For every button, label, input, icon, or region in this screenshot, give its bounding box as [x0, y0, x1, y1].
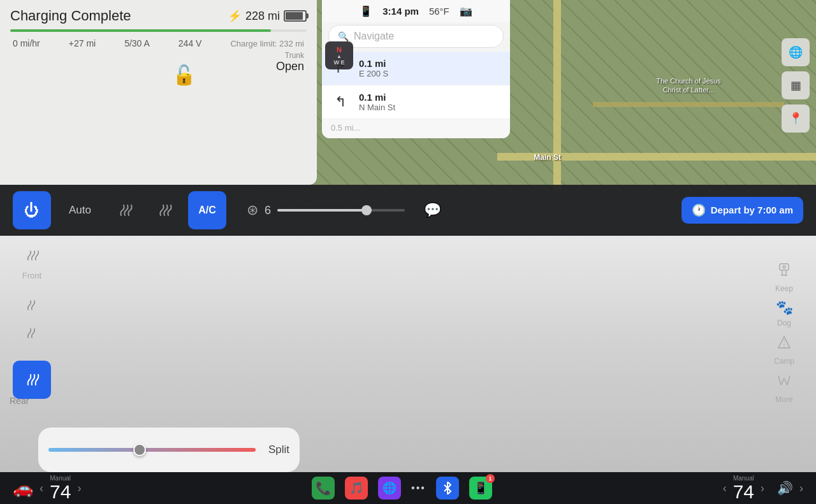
nav-panel: 📱 3:14 pm 56°F 📷 🔍 Navigate ↱ 0.1 mi E 2… [322, 0, 510, 138]
climate-heat-rear-button[interactable] [149, 194, 180, 226]
camp-mode-item[interactable]: Camp [774, 334, 794, 366]
map-layers-button[interactable]: ▦ [782, 71, 810, 99]
bluetooth-app-icon[interactable] [436, 477, 459, 500]
mid-heat-controls-2 [25, 326, 39, 343]
status-bar: 📱 3:14 pm 56°F 📷 [322, 0, 510, 22]
seat-heat-active-icon [24, 372, 40, 387]
more-mode-item[interactable]: More [775, 372, 792, 404]
rear-label-area: Rear [10, 395, 29, 407]
depart-button[interactable]: 🕐 Depart by 7:00 am [681, 197, 803, 224]
search-bar[interactable]: 🔍 Navigate [328, 25, 504, 48]
power-icon: ⏻ [24, 201, 40, 219]
temp-slider-thumb [133, 443, 146, 456]
dog-label: Dog [777, 319, 791, 328]
depart-text: Depart by 7:00 am [711, 204, 793, 217]
globe-app-icon[interactable]: 🌐 [378, 477, 401, 500]
main-st-label: Main St [534, 153, 561, 162]
dog-mode-item[interactable]: 🐾 Dog [776, 299, 793, 328]
keep-mode-item[interactable]: Keep [775, 261, 793, 293]
more-directions: 0.5 mi... [322, 119, 510, 133]
taskbar-right-next[interactable]: › [761, 482, 764, 495]
rear-zone-label: Rear [10, 396, 29, 406]
charging-range: ⚡ 228 mi [228, 9, 307, 23]
svg-point-1 [783, 266, 785, 268]
compass-dir: W E [334, 59, 345, 66]
taskbar-volume-next[interactable]: › [799, 482, 803, 495]
front-zone-label: Front [22, 271, 41, 280]
charge-progress-bar [10, 29, 307, 32]
compass-arrow: ▲ [337, 54, 342, 59]
climate-heat-front-button[interactable] [109, 194, 141, 226]
nav-direction-2[interactable]: ↰ 0.1 mi N Main St [322, 85, 510, 119]
added-range: +27 mi [66, 38, 98, 48]
taskbar: 🚗 ‹ Manual 74 › 📞 🎵 🌐 ••• 📱 1 ‹ Manual 7… [0, 472, 816, 504]
more-apps-button[interactable]: ••• [411, 482, 426, 494]
phone-app-icon[interactable]: 📞 [312, 477, 335, 500]
climate-bar: ⏻ Auto A/C ⊛ 6 💬 🕐 Depart by 7:00 am [0, 185, 816, 236]
dog-icon: 🐾 [776, 299, 793, 316]
turn-left-icon: ↰ [331, 94, 350, 110]
status-temp: 56°F [429, 6, 449, 17]
more-label: More [775, 395, 792, 404]
charging-title: Charging Complete [10, 8, 131, 24]
svg-rect-0 [780, 264, 789, 270]
street-2: N Main St [359, 103, 395, 112]
split-label: Split [268, 443, 289, 456]
climate-power-button[interactable]: ⏻ [13, 191, 51, 229]
charging-stats: 0 mi/hr +27 mi 5/30 A 244 V Charge limit… [10, 38, 307, 48]
distance-2: 0.1 mi [359, 92, 395, 103]
taskbar-left-prev[interactable]: ‹ [40, 482, 43, 495]
climate-ac-button[interactable]: A/C [188, 191, 226, 229]
map-location-button[interactable]: 📍 [782, 104, 810, 133]
right-climate-controls: Keep 🐾 Dog Camp More [762, 248, 806, 472]
taskbar-center: 📞 🎵 🌐 ••• 📱 1 [312, 477, 492, 500]
mi-per-hr: 0 mi/hr [10, 38, 43, 48]
search-placeholder: Navigate [354, 31, 394, 42]
taskbar-right-temp-section: Manual 74 [733, 475, 754, 501]
street-1: E 200 S [359, 69, 388, 78]
seat-heat-blue-button[interactable] [13, 361, 51, 399]
charge-progress-fill [10, 29, 271, 32]
distance-1: 0.1 mi [359, 58, 388, 69]
taskbar-right-prev[interactable]: ‹ [723, 482, 727, 495]
keep-icon [776, 261, 792, 278]
direction-info-2: 0.1 mi N Main St [359, 92, 395, 112]
charge-limit: Charge limit: 232 mi [228, 39, 307, 48]
taskbar-left-next[interactable]: › [77, 482, 81, 495]
front-heat-icon [25, 248, 39, 266]
temp-split-panel: Split [38, 428, 300, 472]
search-icon: 🔍 [338, 31, 349, 41]
volume-icon[interactable]: 🔊 [777, 480, 793, 496]
phone-status-icon: 📱 [360, 5, 372, 17]
camera-status-icon: 📷 [460, 5, 472, 17]
trunk-icon-area[interactable]: 🔓 [172, 64, 196, 86]
temp-split-slider[interactable] [48, 448, 256, 452]
taskbar-left-temp-section: Manual 74 [50, 475, 71, 501]
climate-auto-button[interactable]: Auto [59, 196, 101, 224]
mid-heat-controls [25, 298, 39, 315]
keep-label: Keep [775, 284, 793, 293]
fan-section: ⊛ 6 💬 [247, 202, 674, 219]
map-globe-button[interactable]: 🌐 [782, 38, 810, 66]
camp-label: Camp [774, 357, 794, 366]
voltage: 244 V [176, 38, 205, 48]
compass-n: N [337, 46, 342, 54]
fan-icon: ⊛ [247, 202, 258, 219]
map-road-secondary [593, 102, 784, 107]
taskbar-car-icon[interactable]: 🚗 [13, 479, 33, 498]
fan-slider-fill [277, 209, 367, 212]
charging-panel: Charging Complete ⚡ 228 mi 0 mi/hr +27 m… [0, 0, 317, 185]
clock-icon: 🕐 [692, 203, 706, 217]
camp-icon [776, 334, 792, 350]
notification-app-icon[interactable]: 📱 1 [469, 477, 492, 500]
message-icon: 💬 [424, 202, 441, 219]
more-icon [776, 372, 792, 389]
ac-label: A/C [198, 205, 216, 216]
status-time: 3:14 pm [382, 6, 419, 17]
fan-speed-slider[interactable] [277, 209, 405, 212]
direction-info-1: 0.1 mi E 200 S [359, 58, 388, 78]
charging-range-value: 228 mi [245, 10, 280, 23]
music-app-icon[interactable]: 🎵 [345, 477, 368, 500]
notification-badge: 1 [486, 474, 495, 483]
taskbar-right-temp-value: 74 [733, 482, 754, 501]
